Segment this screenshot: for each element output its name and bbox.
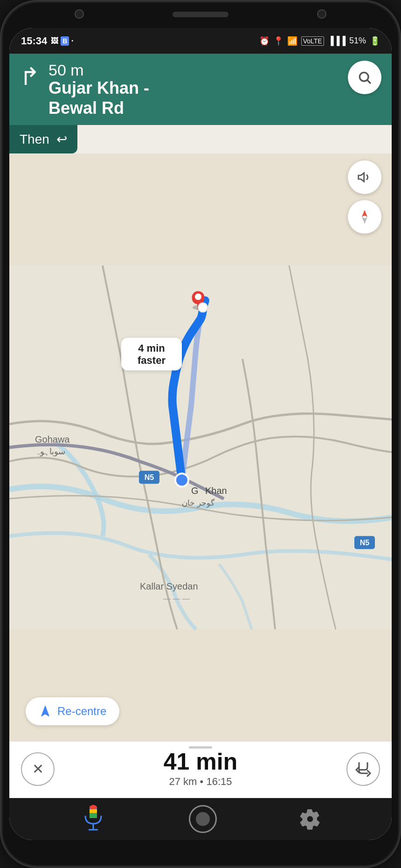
svg-text:گوجر خان: گوجر خان [182,499,215,508]
close-icon: ✕ [32,761,44,777]
wifi-icon: 📶 [287,36,297,46]
status-left: 15:34 🖼 B • [21,35,73,47]
time-display: 15:34 [21,35,47,47]
trip-distance: 27 km [169,776,197,787]
then-label: Then [20,132,49,147]
then-turn-icon: ↩ [56,132,67,147]
svg-rect-26 [90,805,97,810]
svg-text:G: G [191,486,199,496]
photo-icon: 🖼 [51,37,58,45]
camera-right [317,9,326,19]
svg-text:Gohawa: Gohawa [35,435,70,445]
trip-eta: 16:15 [206,776,232,787]
svg-marker-24 [41,706,49,716]
svg-line-1 [367,80,370,83]
phone-screen: 15:34 🖼 B • ⏰ 📍 📶 VoLTE ▐▐▐ 51% 🔋 ↱ [9,28,392,840]
alarm-icon: ⏰ [259,36,270,46]
settings-button[interactable] [296,805,324,833]
location-icon: 📍 [273,36,283,46]
map-area[interactable]: N5 N5 Gohawa سوباہوہ G Khan گوجر خان Kal… [9,153,392,742]
svg-rect-28 [90,813,97,818]
dot-indicator: • [71,38,73,43]
trip-info: 41 min 27 km • 16:15 [164,750,237,788]
nav-street-name: Gujar Khan - Bewal Rd [48,78,381,118]
svg-point-6 [175,474,188,487]
map-svg: N5 N5 Gohawa سوباہوہ G Khan گوجر خان Kal… [9,153,392,742]
bottom-nav-bar [9,798,392,840]
camera-left [75,9,84,19]
svg-text:Khan: Khan [205,486,227,496]
home-button[interactable] [189,805,217,833]
svg-text:4 min: 4 min [138,343,165,354]
routes-button[interactable] [346,752,380,786]
turn-arrow-icon: ↱ [20,64,40,89]
accessibility-icon: B [61,36,69,46]
svg-text:faster: faster [138,355,166,367]
svg-text:— — —: — — — [163,595,190,603]
status-icons: 🖼 B • [51,36,73,46]
drag-handle [189,746,212,749]
status-right: ⏰ 📍 📶 VoLTE ▐▐▐ 51% 🔋 [259,36,380,46]
battery-level: 51% [349,36,366,46]
bottom-panel: ✕ 41 min 27 km • 16:15 [9,742,392,798]
search-button[interactable] [348,61,381,94]
trip-duration: 41 min [164,750,237,773]
trip-details: 27 km • 16:15 [164,776,237,788]
battery-icon: 🔋 [370,36,380,46]
svg-point-9 [198,303,207,312]
svg-text:N5: N5 [145,474,154,482]
recentre-label: Re-centre [57,705,106,718]
separator: • [200,776,207,787]
nav-distance: 50 m [48,62,381,78]
svg-point-8 [195,294,201,300]
volte-label: VoLTE [301,36,324,46]
close-button[interactable]: ✕ [21,752,55,786]
then-banner: Then ↩ [9,125,77,153]
nav-header: ↱ 50 m Gujar Khan - Bewal Rd [9,54,392,125]
recentre-button[interactable]: Re-centre [26,697,119,725]
speaker-grille [173,12,228,17]
signal-bars: ▐▐▐ [328,36,346,46]
svg-text:N5: N5 [360,539,370,547]
svg-text:Kallar Syedan: Kallar Syedan [140,582,198,592]
svg-text:سوباہوہ: سوباہوہ [35,447,65,457]
phone-frame: 15:34 🖼 B • ⏰ 📍 📶 VoLTE ▐▐▐ 51% 🔋 ↱ [0,0,401,868]
status-bar: 15:34 🖼 B • ⏰ 📍 📶 VoLTE ▐▐▐ 51% 🔋 [9,28,392,54]
google-mic-button[interactable] [77,803,110,835]
nav-info: 50 m Gujar Khan - Bewal Rd [48,62,381,118]
